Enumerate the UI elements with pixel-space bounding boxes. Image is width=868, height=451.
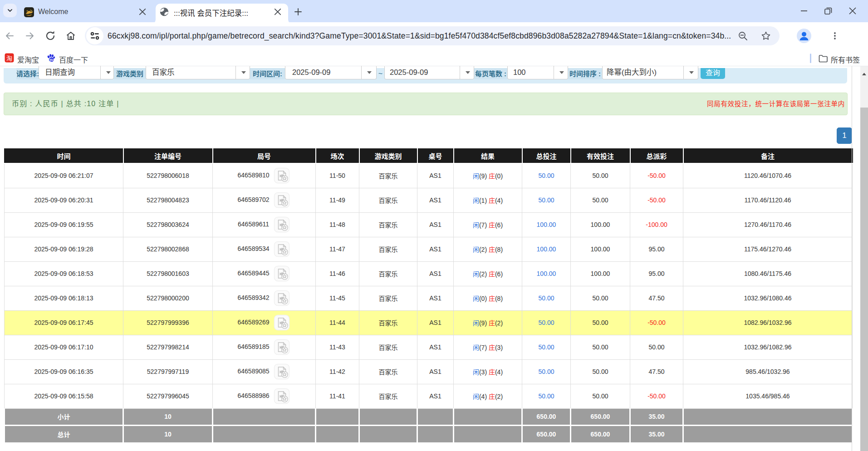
svg-text:淘: 淘: [6, 54, 12, 62]
svg-text:du: du: [49, 58, 53, 61]
